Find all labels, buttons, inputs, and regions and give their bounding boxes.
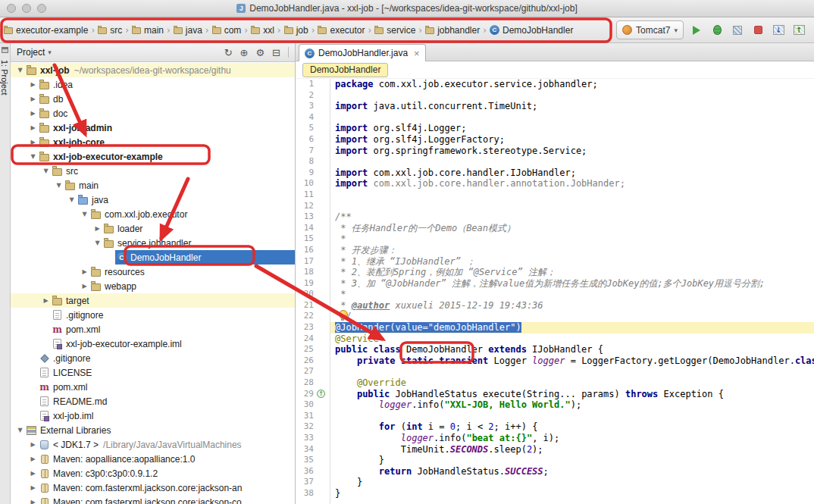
collapsed-arrow-icon[interactable]: ▶ [28, 499, 38, 504]
tree-item-maven-com-fasterxml-jackson-core-jackson-co[interactable]: ▶Maven: com.fasterxml.jackson.core:jacks… [11, 495, 295, 504]
collapsed-arrow-icon[interactable]: ▶ [28, 124, 38, 131]
tree-item-maven-aopalliance-aopalliance-1-0[interactable]: ▶Maven: aopalliance:aopalliance:1.0 [11, 452, 295, 466]
tree-item-demojobhandler[interactable]: CDemoJobHandler [11, 250, 295, 265]
collapsed-arrow-icon[interactable]: ▶ [28, 470, 38, 477]
collapsed-arrow-icon[interactable]: ▶ [28, 110, 38, 117]
breadcrumb-item[interactable]: executor [315, 23, 367, 37]
close-tab-icon[interactable]: × [414, 49, 420, 58]
code-line-16[interactable]: * 开发步骤： [330, 245, 814, 256]
override-method-icon[interactable]: ↑ [317, 390, 325, 398]
collapsed-arrow-icon[interactable]: ▶ [28, 441, 38, 448]
collapsed-arrow-icon[interactable]: ▶ [28, 95, 38, 102]
tree-item-target[interactable]: ▶target [11, 293, 295, 308]
stop-button[interactable] [750, 23, 765, 38]
tree-item-license[interactable]: LICENSE [11, 365, 295, 380]
breadcrumb-item[interactable]: com [210, 23, 244, 37]
tree-item-java[interactable]: ▼java [11, 193, 295, 207]
tree-item-xxl-job-core[interactable]: ▶xxl-job-core [11, 135, 295, 149]
tree-item-src[interactable]: ▼src [11, 164, 295, 178]
code-line-6[interactable]: import org.slf4j.LoggerFactory; [330, 134, 814, 146]
tree-item-service-jobhandler[interactable]: ▼service.jobhandler [11, 236, 295, 250]
code-line-27[interactable] [330, 366, 814, 377]
collapsed-arrow-icon[interactable]: ▶ [41, 297, 51, 304]
expanded-arrow-icon[interactable]: ▼ [92, 239, 102, 246]
code-line-10[interactable]: import com.xxl.job.core.handler.annotati… [330, 178, 814, 189]
debug-button[interactable] [709, 23, 725, 38]
code-line-25[interactable]: public class DemoJobHandler extends IJob… [330, 344, 814, 355]
code-line-9[interactable]: import com.xxl.job.core.handler.IJobHand… [330, 167, 814, 179]
refresh-icon[interactable]: ↻ [224, 47, 233, 58]
code-line-21[interactable]: * @author xuxueli 2015-12-19 19:43:36 [330, 300, 814, 311]
tree-item-readme-md[interactable]: README.md [11, 394, 295, 409]
collapsed-arrow-icon[interactable]: ▶ [28, 139, 38, 146]
close-window-button[interactable] [7, 4, 16, 13]
project-tool-window-button[interactable]: 1: Project [0, 60, 9, 95]
code-line-1[interactable]: package com.xxl.job.executor.service.job… [330, 79, 814, 90]
code-line-2[interactable] [330, 90, 814, 102]
code-line-3[interactable]: import java.util.concurrent.TimeUnit; [330, 101, 814, 112]
tree-item-com-xxl-job-executor[interactable]: ▼com.xxl.job.executor [11, 207, 295, 221]
code-line-15[interactable]: * [330, 233, 814, 245]
tree-item-xxl-job-executor-example[interactable]: ▼xxl-job-executor-example [11, 149, 295, 164]
collapsed-arrow-icon[interactable]: ▶ [92, 225, 102, 232]
tree-item-loader[interactable]: ▶loader [11, 221, 295, 236]
code-line-5[interactable]: import org.slf4j.Logger; [330, 123, 814, 134]
tree-item-xxl-job-iml[interactable]: xxl-job.iml [11, 409, 295, 423]
breadcrumb-item[interactable]: CDemoJobHandler [487, 23, 575, 37]
code-line-11[interactable] [330, 189, 814, 201]
zoom-window-button[interactable] [37, 4, 46, 13]
vcs-update-button[interactable]: ↓ [771, 23, 786, 38]
code-line-35[interactable]: } [330, 455, 814, 466]
tree-item-main[interactable]: ▼main [11, 178, 295, 193]
code-line-18[interactable]: * 2、装配到Spring，例如加 “@Service” 注解； [330, 267, 814, 278]
collapse-all-icon[interactable]: ⊟ [272, 47, 280, 58]
tree-item-pom-xml[interactable]: mpom.xml [11, 322, 295, 337]
collapsed-arrow-icon[interactable]: ▶ [80, 268, 89, 275]
code-line-23[interactable]: @JobHander(value="demoJobHandler") [330, 322, 814, 333]
tree-item-maven-com-fasterxml-jackson-core-jackson-an[interactable]: ▶Maven: com.fasterxml.jackson.core:jacks… [11, 481, 295, 495]
tree-item-resources[interactable]: ▶resources [11, 265, 295, 279]
code-line-31[interactable] [330, 411, 814, 422]
intention-bulb-icon[interactable] [339, 310, 348, 319]
code-line-12[interactable] [330, 201, 814, 212]
code-line-14[interactable]: * 任务Handler的一个Demo（Bean模式） [330, 223, 814, 234]
breadcrumb-item[interactable]: xxl [249, 23, 277, 37]
expanded-arrow-icon[interactable]: ▼ [15, 67, 25, 74]
tree-item-gitignore[interactable]: .gitignore [11, 308, 295, 322]
code-line-22[interactable]: */ [330, 311, 814, 322]
breadcrumb-item[interactable]: jobhandler [423, 23, 482, 37]
tree-item-external-libraries[interactable]: ▼External Libraries [11, 423, 295, 437]
breadcrumb-item[interactable]: service [372, 23, 418, 37]
expanded-arrow-icon[interactable]: ▼ [80, 211, 89, 218]
code-line-33[interactable]: logger.info("beat at:{}", i); [330, 433, 814, 444]
settings-gear-icon[interactable]: ⚙ [255, 47, 265, 58]
expanded-arrow-icon[interactable]: ▼ [54, 182, 64, 189]
editor-tab[interactable]: C DemoJobHandler.java × [299, 44, 426, 61]
collapsed-arrow-icon[interactable]: ▶ [28, 455, 38, 462]
collapsed-arrow-icon[interactable]: ▶ [28, 484, 38, 491]
tree-item-jdk1-7[interactable]: ▶< JDK1.7 >/Library/Java/JavaVirtualMach… [11, 437, 295, 452]
collapsed-arrow-icon[interactable]: ▶ [28, 81, 38, 88]
tree-item-xxl-job-executor-example-iml[interactable]: xxl-job-executor-example.iml [11, 337, 295, 351]
project-view-select[interactable]: Project ▾ [17, 47, 52, 58]
scroll-from-source-icon[interactable]: ⊕ [240, 47, 249, 58]
expanded-arrow-icon[interactable]: ▼ [67, 196, 77, 203]
breadcrumb-item[interactable]: main [130, 23, 166, 37]
code-line-17[interactable]: * 1、继承 “IJobHandler” ； [330, 256, 814, 268]
tree-item-maven-c3p0-c3p0-0-9-1-2[interactable]: ▶Maven: c3p0:c3p0:0.9.1.2 [11, 466, 295, 481]
code-line-28[interactable]: @Override [330, 377, 814, 389]
expanded-arrow-icon[interactable]: ▼ [28, 153, 38, 160]
run-configuration-select[interactable]: Tomcat7 ▾ [616, 20, 684, 39]
tree-item-webapp[interactable]: ▶webapp [11, 279, 295, 293]
expanded-arrow-icon[interactable]: ▼ [15, 427, 25, 434]
tree-item-gitignore[interactable]: .gitignore [11, 351, 295, 365]
run-button[interactable] [689, 23, 704, 38]
tree-item-idea[interactable]: ▶.idea [11, 77, 295, 92]
code-line-29[interactable]: public JobHandleStatus execute(String...… [330, 389, 814, 400]
code-line-32[interactable]: for (int i = 0; i < 2; i++) { [330, 421, 814, 433]
tree-item-pom-xml[interactable]: mpom.xml [11, 380, 295, 394]
breadcrumb-item[interactable]: src [95, 23, 124, 37]
collapsed-arrow-icon[interactable]: ▶ [80, 283, 89, 290]
tree-item-doc[interactable]: ▶doc [11, 106, 295, 121]
code-line-36[interactable]: return JobHandleStatus.SUCCESS; [330, 466, 814, 477]
